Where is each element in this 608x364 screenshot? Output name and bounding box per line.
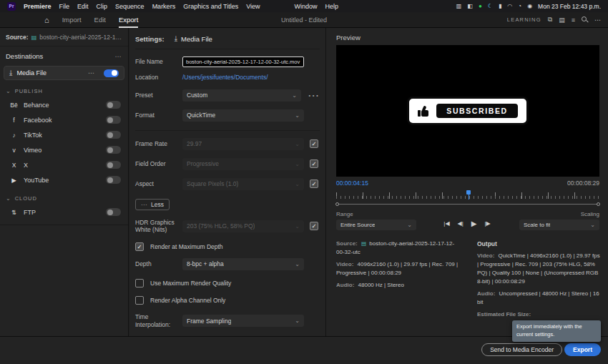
sidebar-item-x[interactable]: X X (0, 157, 128, 172)
step-back-button[interactable]: ◀| (458, 220, 464, 227)
frame-rate-match-checkbox[interactable] (310, 139, 318, 148)
source-clip-name[interactable]: boston-city-aerial-2025-12-17-12-00-32-u… (39, 34, 122, 41)
range-in-handle[interactable] (335, 202, 339, 206)
behance-toggle[interactable] (106, 101, 121, 109)
range-out-handle[interactable] (597, 202, 600, 206)
menu-item-help[interactable]: Help (325, 3, 339, 10)
x-icon: X (9, 162, 19, 169)
learning-label[interactable]: LEARNING (507, 16, 541, 23)
tab-import[interactable]: Import (62, 12, 82, 28)
render-max-depth-checkbox[interactable] (135, 242, 144, 251)
playhead[interactable] (466, 190, 471, 195)
cloud-label: CLOUD (15, 195, 37, 202)
menu-item-edit[interactable]: Edit (77, 3, 89, 10)
menu-item-graphics-and-titles[interactable]: Graphics and Titles (183, 3, 238, 10)
menu-clock[interactable]: Mon 23 Feb 12:43 p.m. (538, 3, 601, 10)
more-icon[interactable]: ⋯ (594, 16, 601, 24)
source-audio-value: 48000 Hz | Stereo (358, 282, 404, 288)
source-info-label: Source: (336, 240, 358, 247)
toggle-knob (112, 70, 117, 76)
destinations-more-icon[interactable] (115, 52, 123, 60)
toggle-knob (107, 177, 113, 183)
output-info-column: Output Video: QuickTime | 4096x2160 (1.0… (477, 240, 601, 323)
sidebar-item-ftp[interactable]: ⇅ FTP (0, 205, 128, 220)
media-file-toggle[interactable] (104, 69, 119, 77)
publish-section-header[interactable]: PUBLISH (0, 80, 128, 97)
settings-header: Settings: ⤓ Media File (135, 28, 320, 49)
facebook-toggle[interactable] (106, 116, 121, 124)
send-to-media-encoder-button[interactable]: Send to Media Encoder (481, 343, 562, 356)
menu-item-sequence[interactable]: Sequence (115, 3, 144, 10)
range-track[interactable] (336, 204, 599, 205)
less-button[interactable]: Less (135, 199, 170, 210)
keyboard-brightness-icon[interactable]: ▥ (456, 3, 462, 9)
siri-icon[interactable]: ◉ (527, 3, 532, 9)
wifi-icon[interactable]: ◠ (507, 3, 512, 9)
format-dropdown[interactable]: QuickTime (182, 109, 304, 122)
preview-header: Preview (336, 34, 361, 41)
battery-icon[interactable]: ▮ (499, 3, 501, 9)
preset-dropdown[interactable]: Custom (182, 89, 301, 102)
menu-item-markers[interactable]: Markers (152, 3, 176, 10)
sidebar-item-behance[interactable]: Bē Behance (0, 97, 128, 112)
panels-icon[interactable]: ▤ (559, 16, 565, 24)
chevron-down-icon (295, 318, 300, 324)
menu-item-clip[interactable]: Clip (97, 3, 108, 10)
format-row: Format QuickTime (135, 109, 320, 122)
scaling-dropdown[interactable]: Scale to fit (519, 220, 599, 230)
focus-moon-icon[interactable]: ☾ (488, 3, 493, 9)
aspect-dropdown: Square Pixels (1.0) (182, 178, 304, 190)
alpha-only-checkbox[interactable] (135, 296, 144, 305)
video-label: Video: (477, 252, 494, 259)
search-icon[interactable] (582, 16, 588, 23)
field-order-match-checkbox[interactable] (310, 159, 318, 168)
menu-icon[interactable]: ≡ (572, 16, 575, 24)
menu-item-view[interactable]: View (246, 3, 260, 10)
hdr-white-match-checkbox[interactable] (310, 222, 318, 230)
sidebar-item-facebook[interactable]: f Facebook (0, 112, 128, 127)
facetime-icon[interactable]: ● (479, 3, 482, 9)
preset-more-icon[interactable] (308, 89, 320, 102)
cloud-section-header[interactable]: CLOUD (0, 187, 128, 205)
tiktok-toggle[interactable] (106, 131, 121, 139)
aspect-match-checkbox[interactable] (310, 179, 318, 188)
location-link[interactable]: /Users/jessifuentes/Documents/ (182, 74, 268, 81)
time-interpolation-dropdown[interactable]: Frame Sampling (182, 315, 304, 327)
step-forward-button[interactable]: |▶ (484, 220, 490, 227)
workspace-icon[interactable]: ⧉ (548, 16, 552, 24)
home-icon[interactable]: ⌂ (44, 16, 49, 24)
sidebar-item-youtube[interactable]: ▶ YouTube (0, 172, 128, 187)
youtube-toggle[interactable] (106, 176, 121, 184)
tab-edit[interactable]: Edit (94, 12, 106, 28)
chevron-down-icon (295, 261, 300, 267)
max-render-quality-checkbox[interactable] (135, 279, 144, 287)
screen-mirroring-icon[interactable]: ◧ (467, 3, 473, 9)
destination-media-file[interactable]: ⤓ Media File (4, 66, 124, 80)
video-preview[interactable]: SUBSCRIBED (336, 45, 599, 177)
go-to-start-button[interactable]: |◀ (443, 220, 449, 227)
depth-dropdown[interactable]: 8-bpc + alpha (182, 258, 304, 270)
toggle-knob (107, 117, 113, 123)
frame-rate-dropdown: 29.97 (182, 138, 304, 150)
menu-status-area: ▥ ◧ ● ☾ ▮ ◠ ◔ ◉ Mon 23 Feb 12:43 p.m. (456, 3, 601, 10)
export-button[interactable]: Export (564, 343, 601, 356)
menu-item-window[interactable]: Window (295, 3, 318, 10)
file-name-input[interactable] (182, 56, 304, 67)
x-toggle[interactable] (106, 161, 121, 169)
menu-app-name[interactable]: Premiere (24, 3, 52, 10)
source-video-line: Video: 4096x2160 (1.0) | 29.97 fps | Rec… (336, 260, 460, 277)
chevron-down-icon (6, 88, 11, 94)
vimeo-toggle[interactable] (106, 146, 121, 154)
menu-item-file[interactable]: File (59, 3, 70, 10)
range-dropdown[interactable]: Entire Source (336, 220, 416, 230)
output-header: Output (477, 240, 601, 249)
render-max-depth-row: Render at Maximum Depth (135, 242, 320, 251)
play-button[interactable]: ▶ (471, 220, 477, 227)
tab-export[interactable]: Export (119, 12, 138, 28)
sidebar-item-vimeo[interactable]: v Vimeo (0, 142, 128, 157)
sidebar-item-tiktok[interactable]: ♪ TikTok (0, 127, 128, 142)
ftp-toggle[interactable] (106, 208, 121, 216)
media-file-more-icon[interactable] (88, 69, 95, 77)
time-interpolation-label: Time Interpolation: (135, 313, 182, 328)
control-center-icon[interactable]: ◔ (518, 3, 521, 9)
